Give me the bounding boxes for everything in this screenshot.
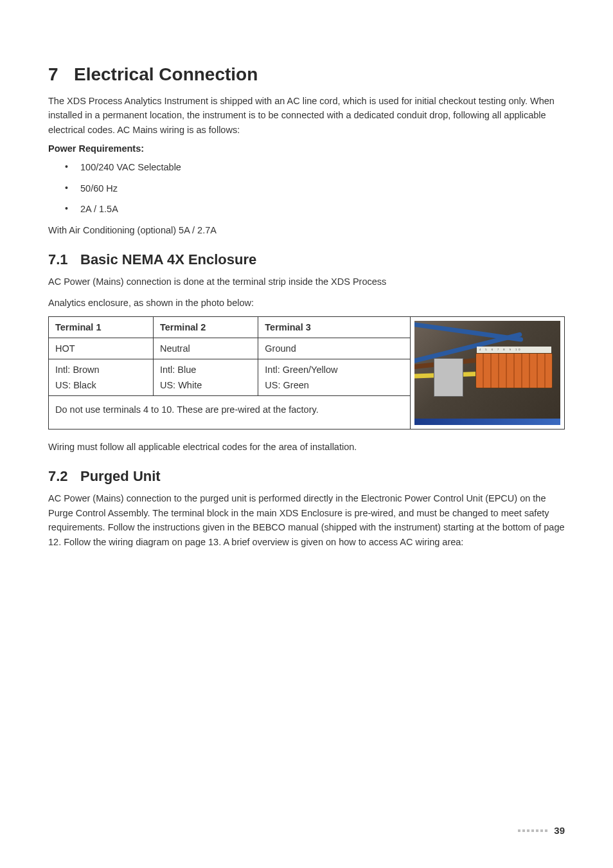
chapter-title-text: Electrical Connection: [74, 64, 258, 84]
table-header: Terminal 1: [49, 317, 153, 338]
cell-line: Intl: Brown: [55, 365, 147, 375]
section-title-text: Basic NEMA 4X Enclosure: [80, 251, 256, 267]
section-7-1-heading: 7.1Basic NEMA 4X Enclosure: [48, 251, 565, 268]
section-number: 7.1: [48, 251, 80, 268]
section-7-1-p2: Analytics enclosure, as shown in the pho…: [48, 296, 565, 310]
table-cell: Neutral: [153, 338, 258, 359]
section-title-text: Purged Unit: [80, 468, 161, 484]
table-cell: Intl: Brown US: Black: [49, 359, 153, 396]
cell-line: Intl: Blue: [160, 365, 251, 375]
table-row: HOT Neutral Ground: [49, 338, 410, 359]
section-7-2-p1: AC Power (Mains) connection to the purge…: [48, 491, 565, 549]
chapter-heading: 7Electrical Connection: [48, 64, 565, 85]
table-cell: HOT: [49, 338, 153, 359]
table-header-row: Terminal 1 Terminal 2 Terminal 3: [49, 317, 410, 338]
table-cell: Ground: [258, 338, 410, 359]
section-7-2-heading: 7.2Purged Unit: [48, 468, 565, 485]
wiring-photo: 4 5 6 7 8 9 10: [414, 321, 560, 424]
list-item: 50/60 Hz: [80, 181, 565, 195]
terminal-photo-cell: 4 5 6 7 8 9 10: [410, 317, 564, 428]
list-item: 2A / 1.5A: [80, 202, 565, 216]
connector-block-icon: [434, 358, 463, 397]
cell-line: Intl: Green/Yellow: [265, 365, 404, 375]
table-note-row: Do not use terminals 4 to 10. These are …: [49, 396, 410, 429]
cell-line: US: Green: [265, 380, 404, 390]
cell-line: US: White: [160, 380, 251, 390]
table-note: Do not use terminals 4 to 10. These are …: [49, 396, 410, 429]
power-requirements-heading: Power Requirements:: [48, 143, 565, 154]
terminal-number-strip: 4 5 6 7 8 9 10: [477, 347, 551, 353]
table-header: Terminal 3: [258, 317, 410, 338]
air-conditioning-note: With Air Conditioning (optional) 5A / 2.…: [48, 223, 565, 237]
terminal-table: Terminal 1 Terminal 2 Terminal 3 HOT Neu…: [49, 317, 410, 428]
terminal-block-icon: [475, 353, 553, 388]
terminal-table-wrapper: Terminal 1 Terminal 2 Terminal 3 HOT Neu…: [48, 316, 565, 429]
table-cell: Intl: Green/Yellow US: Green: [258, 359, 410, 396]
chapter-number: 7: [48, 64, 74, 85]
page-number: 39: [554, 825, 565, 836]
footer-dots-icon: [518, 829, 547, 832]
table-header: Terminal 2: [153, 317, 258, 338]
bottom-strip-icon: [414, 419, 560, 425]
cell-line: US: Black: [55, 380, 147, 390]
intro-paragraph: The XDS Process Analytics Instrument is …: [48, 94, 565, 137]
table-cell: Intl: Blue US: White: [153, 359, 258, 396]
page-footer: 39: [518, 825, 565, 836]
power-requirements-list: 100/240 VAC Selectable 50/60 Hz 2A / 1.5…: [48, 160, 565, 216]
list-item: 100/240 VAC Selectable: [80, 160, 565, 174]
section-7-1-p1: AC Power (Mains) connection is done at t…: [48, 275, 565, 289]
table-row: Intl: Brown US: Black Intl: Blue US: Whi…: [49, 359, 410, 396]
section-7-1-p3: Wiring must follow all applicable electr…: [48, 440, 565, 454]
section-number: 7.2: [48, 468, 80, 485]
